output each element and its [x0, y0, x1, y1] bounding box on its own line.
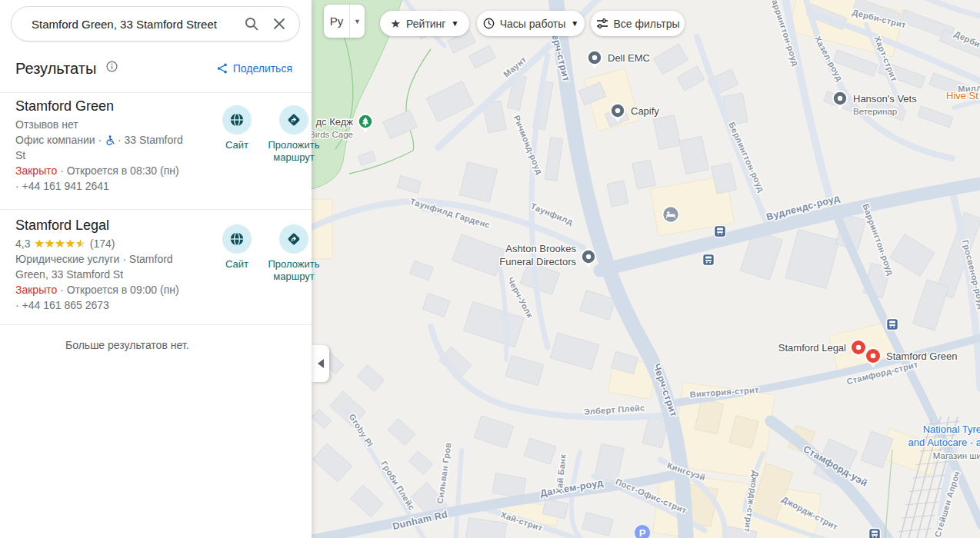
info-icon[interactable] [106, 61, 118, 75]
directions-button[interactable]: Проложить маршрут [263, 105, 325, 164]
result-phone: · +44 161 865 2673 [15, 297, 194, 313]
clear-search-button[interactable] [265, 10, 293, 38]
search-input[interactable] [30, 17, 238, 32]
all-filters-label: Все фильтры [614, 18, 680, 30]
result-category-line: Офис компании · · 33 Stamford St [15, 132, 194, 163]
railway-tie [898, 529, 932, 532]
building [653, 115, 681, 150]
poi-label[interactable]: Hive St [946, 90, 978, 101]
road [455, 450, 462, 538]
poi-label[interactable]: Stamford Legal [778, 342, 846, 354]
website-button[interactable]: Сайт [206, 224, 268, 271]
divider [0, 92, 312, 93]
street-label: Сильван Гров [435, 442, 452, 504]
star-icon: ★ [391, 17, 401, 31]
hours-filter-button[interactable]: Часы работы ▼ [477, 11, 585, 36]
building [464, 301, 525, 347]
poi-label[interactable]: Stamford Green [886, 350, 958, 362]
parking-icon[interactable]: P [635, 525, 650, 538]
street-label: Таунфилд [529, 201, 574, 227]
railway-tie [905, 502, 938, 505]
building [474, 416, 513, 448]
website-label: Сайт [206, 139, 268, 151]
building [469, 45, 496, 68]
railway-tie [909, 488, 942, 491]
poi-label[interactable]: Capify [631, 105, 659, 117]
building [890, 234, 935, 277]
directions-icon [286, 112, 302, 128]
close-icon [272, 17, 286, 31]
poi-label[interactable]: and Autocare - a [908, 437, 980, 448]
wheelchair-icon [105, 135, 115, 145]
building [912, 280, 948, 330]
website-button[interactable]: Сайт [206, 105, 268, 151]
chevron-down-icon: ▼ [571, 19, 578, 28]
hours-filter-label: Часы работы [500, 18, 566, 30]
street-label: Гроби Плейс [379, 460, 417, 512]
svg-text:P: P [639, 527, 646, 538]
rating-filter-label: Рейтинг [406, 18, 445, 30]
directions-label: Проложить маршрут [263, 139, 325, 164]
share-button[interactable]: Поделиться [216, 62, 292, 75]
search-icon [243, 15, 260, 32]
collapse-panel-button[interactable] [312, 345, 329, 382]
chevron-down-icon: ▼ [451, 19, 458, 28]
result-reviews: Отзывов нет [15, 117, 194, 132]
hedge-line [885, 450, 892, 538]
globe-icon [229, 231, 245, 247]
search-button[interactable] [238, 10, 265, 38]
building [679, 136, 708, 174]
tune-icon [596, 18, 608, 30]
bus-icon[interactable] [887, 319, 898, 330]
poi-label[interactable]: Funeral Directors [499, 256, 576, 267]
rating-filter-button[interactable]: ★ Рейтинг ▼ [380, 11, 469, 36]
all-filters-button[interactable]: Все фильтры [591, 11, 685, 36]
price-filter-label: Pу [324, 5, 349, 38]
building [524, 438, 556, 464]
chevron-left-icon [318, 359, 324, 368]
results-header: Результаты Поделиться [15, 60, 296, 81]
result-phone: · +44 161 941 2641 [15, 178, 194, 194]
building [452, 234, 505, 276]
bus-icon[interactable] [869, 529, 881, 538]
building [351, 485, 384, 517]
building [388, 419, 415, 446]
map-canvas[interactable]: МаунтРичмонд-роудЧерч-стритТаунфилд Гард… [312, 0, 980, 538]
building [654, 44, 688, 75]
building [410, 261, 434, 281]
building [785, 229, 839, 288]
poi-label[interactable]: Ashton Brookes [505, 243, 576, 254]
result-item-stamford-green[interactable]: Stamford Green Отзывов нет Офис компании… [15, 97, 298, 194]
hotel-icon[interactable] [663, 207, 679, 223]
share-label: Поделиться [233, 62, 292, 75]
google-maps-app: Результаты Поделиться S [0, 0, 980, 538]
road [920, 0, 980, 17]
building [312, 443, 352, 482]
building [397, 175, 421, 193]
result-item-stamford-legal[interactable]: Stamford Legal 4,3 ★★★★★ ★★★★★ (174) Юри… [15, 216, 298, 313]
poi-label[interactable]: Hanson's Vets [853, 93, 917, 105]
building [465, 518, 507, 538]
directions-button[interactable]: Проложить маршрут [263, 224, 325, 283]
bus-icon[interactable] [715, 226, 726, 237]
bus-icon[interactable] [703, 254, 715, 266]
building [492, 473, 526, 499]
map-marker-ashton-brookes[interactable] [581, 249, 596, 268]
building [550, 333, 598, 370]
street-label: Groby Pl [348, 412, 375, 448]
poi-label[interactable]: National Tyre [923, 423, 980, 435]
directions-label: Проложить маршрут [263, 258, 325, 283]
no-more-results-note: Больше результатов нет. [65, 339, 189, 351]
building [426, 81, 474, 121]
results-panel: Результаты Поделиться S [0, 0, 312, 538]
search-box[interactable] [11, 6, 300, 42]
poi-label[interactable]: Dell EMC [608, 52, 650, 64]
chevron-down-icon[interactable]: ▼ [349, 5, 365, 38]
map-marker-dell-emc[interactable] [587, 50, 602, 69]
share-icon [216, 62, 228, 75]
map-marker-дс-кедж[interactable] [358, 114, 373, 133]
website-label: Сайт [206, 258, 268, 271]
clock-icon [483, 18, 495, 29]
price-filter-button[interactable]: Pу ▼ [324, 5, 365, 38]
railway-tie [902, 515, 935, 518]
